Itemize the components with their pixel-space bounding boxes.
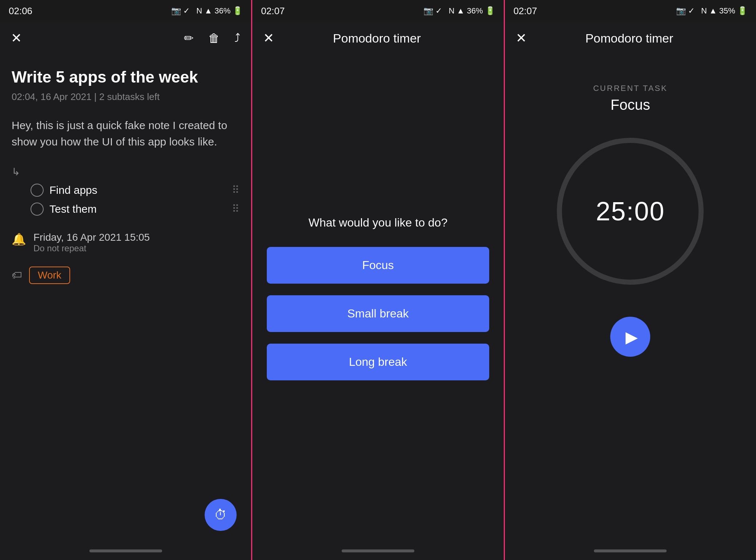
reminder-date: Friday, 16 Apr 2021 15:05	[33, 232, 150, 243]
reminder-row: 🔔 Friday, 16 Apr 2021 15:05 Do not repea…	[12, 232, 240, 253]
dialog-question: What would you like to do?	[309, 216, 447, 229]
home-indicator-3	[594, 549, 667, 552]
home-indicator-1	[89, 549, 162, 552]
play-icon: ▶	[626, 328, 638, 346]
home-indicator-2	[342, 549, 414, 552]
pomodoro-fab-button[interactable]: ⏱	[205, 499, 237, 531]
task-top-bar: ✕ ✏ 🗑 ⤴	[0, 22, 251, 55]
close-icon[interactable]: ✕	[11, 31, 22, 46]
status-bar-2: 02:07 📷 ✓ N ▲ 36% 🔋	[252, 0, 503, 22]
pomodoro-title-3: Pomodoro timer	[541, 31, 717, 45]
pomodoro-top-bar-3: ✕ Pomodoro timer	[505, 22, 756, 55]
status-bar-1: 02:06 📷 ✓ N ▲ 36% 🔋	[0, 0, 251, 22]
tag-row: 🏷 Work	[12, 267, 240, 284]
subtask-item-1: Find apps ⠿	[12, 184, 240, 197]
delete-icon[interactable]: 🗑	[208, 32, 220, 45]
task-title: Write 5 apps of the week	[12, 68, 240, 87]
reminder-info: Friday, 16 Apr 2021 15:05 Do not repeat	[33, 232, 150, 253]
panel-pomodoro-select: 02:07 📷 ✓ N ▲ 36% 🔋 ✕ Pomodoro timer Wha…	[252, 0, 504, 560]
small-break-button[interactable]: Small break	[267, 295, 489, 332]
subtask-checkbox-1[interactable]	[31, 184, 44, 197]
drag-icon-1: ⠿	[232, 184, 240, 196]
long-break-button[interactable]: Long break	[267, 344, 489, 380]
task-meta: 02:04, 16 Apr 2021 | 2 subtasks left	[12, 91, 240, 103]
bottom-bar-1	[0, 542, 251, 560]
reminder-repeat: Do not repeat	[33, 243, 150, 253]
current-task-name: Focus	[611, 97, 650, 113]
close-icon-3[interactable]: ✕	[516, 31, 527, 46]
share-icon[interactable]: ⤴	[234, 32, 240, 45]
current-task-label: CURRENT TASK	[593, 84, 668, 93]
subtask-item-2: Test them ⠿	[12, 203, 240, 216]
status-icons-1: 📷 ✓ N ▲ 36% 🔋	[171, 6, 242, 16]
subtask-checkbox-2[interactable]	[31, 203, 44, 216]
subtask-parent-row: ↳	[12, 166, 240, 178]
play-button[interactable]: ▶	[610, 317, 650, 357]
status-icons-3: 📷 ✓ N ▲ 35% 🔋	[676, 6, 747, 16]
bottom-bar-2	[252, 542, 503, 560]
tag-badge[interactable]: Work	[29, 267, 70, 284]
focus-button[interactable]: Focus	[267, 247, 489, 284]
task-content: Write 5 apps of the week 02:04, 16 Apr 2…	[0, 55, 251, 542]
subtask-label-1: Find apps	[49, 184, 226, 196]
clock-icon: ⏱	[214, 507, 227, 523]
status-bar-3: 02:07 📷 ✓ N ▲ 35% 🔋	[505, 0, 756, 22]
bell-icon: 🔔	[12, 232, 26, 246]
status-time-1: 02:06	[9, 5, 32, 17]
pomodoro-title-2: Pomodoro timer	[289, 31, 465, 45]
status-icons-2: 📷 ✓ N ▲ 36% 🔋	[423, 6, 495, 16]
subtask-indent-icon: ↳	[12, 166, 20, 178]
timer-display: 25:00	[596, 196, 665, 226]
bottom-bar-3	[505, 542, 756, 560]
status-time-2: 02:07	[261, 5, 285, 17]
panel-task-detail: 02:06 📷 ✓ N ▲ 36% 🔋 ✕ ✏ 🗑 ⤴ Write 5 apps…	[0, 0, 252, 560]
pomodoro-top-bar-2: ✕ Pomodoro timer	[252, 22, 503, 55]
close-icon-2[interactable]: ✕	[263, 31, 274, 46]
subtasks-list: ↳ Find apps ⠿ Test them ⠿	[12, 166, 240, 216]
timer-circle: 25:00	[554, 135, 707, 288]
tag-icon: 🏷	[12, 269, 22, 281]
pomodoro-dialog: What would you like to do? Focus Small b…	[252, 55, 503, 542]
timer-content: CURRENT TASK Focus 25:00 ▶	[505, 55, 756, 542]
task-body: Hey, this is just a quick fake note I cr…	[12, 117, 240, 150]
status-time-3: 02:07	[514, 5, 537, 17]
drag-icon-2: ⠿	[232, 203, 240, 215]
panel-pomodoro-timer: 02:07 📷 ✓ N ▲ 35% 🔋 ✕ Pomodoro timer CUR…	[505, 0, 756, 560]
subtask-label-2: Test them	[49, 203, 226, 215]
edit-icon[interactable]: ✏	[184, 31, 194, 45]
